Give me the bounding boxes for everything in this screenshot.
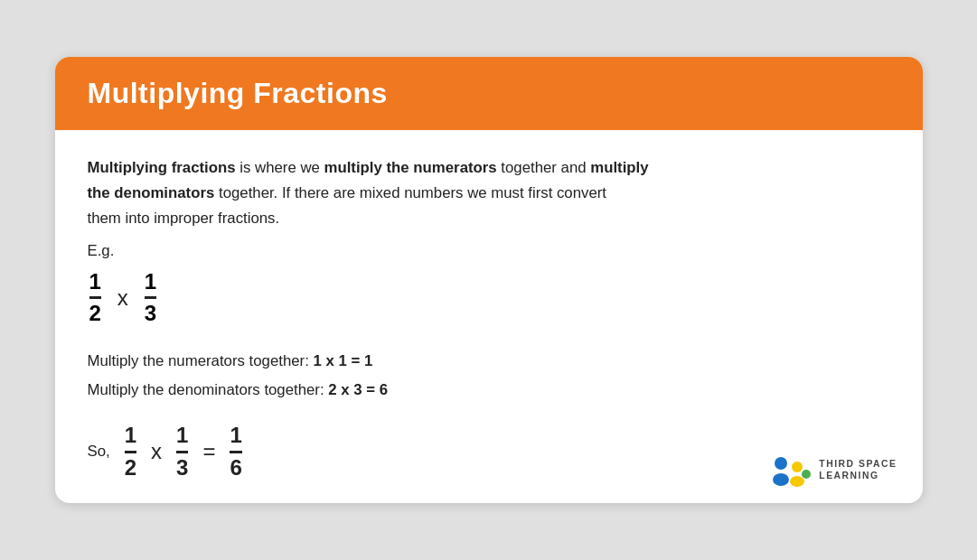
intro-bold-1: Multiplying fractions — [88, 159, 236, 176]
step-1: Multiply the numerators together: 1 x 1 … — [88, 347, 890, 376]
fraction-example: 1 2 x 1 3 — [89, 269, 890, 328]
result-fraction-2: 1 3 — [176, 423, 188, 481]
so-word: So, — [88, 443, 110, 461]
result-fraction-3: 1 6 — [230, 423, 241, 481]
logo-text: THIRD SPACE LEARNING — [819, 459, 897, 481]
svg-point-4 — [802, 470, 811, 479]
step-1-result: 1 x 1 = 1 — [313, 352, 372, 369]
fraction-2: 1 3 — [145, 269, 156, 328]
step-1-label: Multiply the numerators together: — [88, 352, 314, 369]
intro-bold-2: multiply the numerators — [324, 159, 497, 176]
so-line: So, 1 2 x 1 3 = 1 6 — [88, 423, 890, 481]
intro-plain-2: together and — [501, 159, 590, 176]
page-title: Multiplying Fractions — [88, 77, 890, 110]
card: Multiplying Fractions Multiplying fracti… — [55, 57, 923, 502]
step-2: Multiply the denominators together: 2 x … — [88, 376, 890, 405]
svg-point-1 — [773, 473, 789, 486]
fraction-1: 1 2 — [89, 269, 101, 328]
result-fraction-1: 1 2 — [125, 423, 136, 481]
equals-symbol: = — [202, 439, 215, 464]
svg-point-2 — [792, 462, 803, 472]
result-fraction-1-denominator: 2 — [125, 453, 136, 481]
result-fraction-3-denominator: 6 — [230, 453, 241, 481]
card-header: Multiplying Fractions — [55, 57, 923, 130]
fraction-2-numerator: 1 — [145, 269, 156, 300]
times-symbol-2: x — [151, 439, 162, 464]
multiply-steps: Multiply the numerators together: 1 x 1 … — [88, 347, 890, 405]
tsl-logo-icon — [772, 454, 812, 487]
result-fraction-2-numerator: 1 — [176, 423, 188, 453]
step-2-result: 2 x 3 = 6 — [328, 381, 388, 398]
result-fraction-2-denominator: 3 — [176, 453, 188, 481]
logo-line-2: LEARNING — [819, 471, 878, 481]
fraction-2-denominator: 3 — [145, 299, 156, 327]
intro-text: Multiplying fractions is where we multip… — [88, 155, 890, 230]
fraction-1-numerator: 1 — [89, 269, 101, 300]
times-symbol-1: x — [117, 285, 128, 311]
fraction-1-denominator: 2 — [89, 299, 101, 327]
eg-label: E.g. — [88, 242, 890, 260]
result-fraction-1-numerator: 1 — [125, 423, 136, 453]
svg-point-0 — [775, 457, 787, 470]
logo-area: THIRD SPACE LEARNING — [772, 454, 897, 487]
intro-plain-1: is where we — [240, 159, 324, 176]
result-fraction-3-numerator: 1 — [230, 423, 241, 453]
step-2-label: Multiply the denominators together: — [88, 381, 329, 398]
svg-point-3 — [790, 476, 804, 487]
logo-line-1: THIRD SPACE — [819, 459, 897, 470]
card-body: Multiplying fractions is where we multip… — [55, 130, 923, 502]
